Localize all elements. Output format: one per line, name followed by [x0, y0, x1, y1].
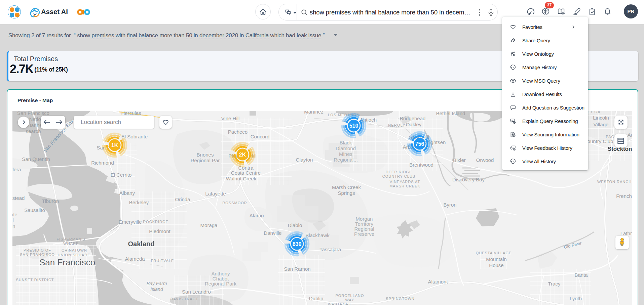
svg-text:Briones: Briones — [197, 152, 214, 158]
svg-text:Concord: Concord — [251, 134, 270, 139]
svg-text:PRESIDIO OF: PRESIDIO OF — [24, 248, 51, 252]
svg-text:ROSSMOOR: ROSSMOOR — [222, 201, 247, 205]
svg-text:House: House — [489, 262, 503, 268]
svg-text:Mines: Mines — [339, 151, 352, 157]
svg-text:Orwood: Orwood — [476, 157, 494, 163]
svg-text:Hercules: Hercules — [121, 111, 141, 116]
svg-text:Byron: Byron — [443, 202, 456, 208]
svg-text:Alameda: Alameda — [125, 256, 145, 262]
svg-text:ountry Club: ountry Club — [588, 138, 613, 144]
svg-text:en Gate: en Gate — [12, 212, 17, 217]
svg-text:MARSH CREEK: MARSH CREEK — [389, 184, 420, 188]
svg-text:Regional Park: Regional Park — [205, 281, 237, 287]
svg-text:Albany: Albany — [119, 190, 135, 196]
svg-text:DAVIS TRACT: DAVIS TRACT — [171, 297, 198, 301]
svg-text:San Leandro: San Leandro — [182, 289, 211, 295]
svg-text:Lyoth: Lyoth — [570, 296, 582, 301]
svg-text:Lafayette: Lafayette — [205, 191, 226, 197]
svg-text:510: 510 — [349, 123, 358, 129]
svg-text:Regional Par: Regional Par — [191, 158, 220, 163]
svg-text:Tracy: Tracy — [548, 281, 561, 287]
svg-text:San Ramon: San Ramon — [284, 266, 310, 272]
svg-text:Springs: Springs — [338, 190, 355, 196]
svg-text:SPRINGTOWN: SPRINGTOWN — [386, 297, 415, 301]
svg-text:830: 830 — [293, 241, 302, 247]
svg-text:Mountain: Mountain — [486, 256, 507, 262]
svg-text:Alamo: Alamo — [250, 213, 264, 218]
svg-text:WESTPORT: WESTPORT — [328, 302, 351, 305]
svg-text:Village: Village — [594, 122, 609, 127]
svg-text:Pacheco: Pacheco — [228, 129, 248, 135]
svg-text:756: 756 — [415, 141, 424, 147]
svg-text:Bay Farm: Bay Farm — [147, 281, 167, 286]
svg-text:eation: eation — [12, 223, 15, 229]
svg-text:San Francisco: San Francisco — [17, 111, 49, 116]
svg-text:COUNTRY CLUB: COUNTRY CLUB — [382, 174, 415, 178]
svg-text:CHINATOWN: CHINATOWN — [62, 248, 87, 252]
svg-text:Vine Hill: Vine Hill — [221, 116, 240, 121]
svg-text:Sausalito: Sausalito — [24, 207, 45, 213]
svg-text:Brentwood: Brentwood — [409, 162, 433, 168]
svg-text:Bridgehead: Bridgehead — [400, 116, 426, 121]
svg-text:Danville: Danville — [264, 230, 281, 236]
svg-text:VINEYARDS AT: VINEYARDS AT — [390, 180, 420, 184]
svg-text:ional: ional — [12, 217, 14, 223]
svg-text:WHARF: WHARF — [63, 242, 78, 246]
svg-text:NEROLY: NEROLY — [388, 123, 406, 127]
svg-text:Au: Au — [628, 132, 632, 138]
svg-text:Tassajara: Tassajara — [319, 247, 341, 252]
svg-text:Berkeley: Berkeley — [129, 200, 149, 205]
svg-text:Diablo: Diablo — [288, 222, 302, 228]
svg-text:Tiburon: Tiburon — [42, 198, 59, 204]
svg-text:SUNSET DISTRICT: SUNSET DISTRICT — [16, 278, 54, 282]
svg-text:Bethel Island: Bethel Island — [436, 111, 465, 116]
svg-text:PORCELLANO: PORCELLANO — [335, 294, 364, 298]
svg-text:Homestead: Homestead — [12, 195, 25, 201]
svg-text:Piedmont: Piedmont — [149, 228, 171, 234]
svg-text:Richmond: Richmond — [91, 160, 114, 166]
svg-text:Madera: Madera — [12, 167, 21, 172]
svg-text:Discovery Bay: Discovery Bay — [452, 177, 485, 182]
svg-text:Island: Island — [150, 287, 163, 292]
svg-text:Banta: Banta — [574, 272, 588, 278]
svg-text:Bixler: Bixler — [453, 157, 466, 163]
svg-text:Clayton: Clayton — [296, 157, 313, 163]
svg-text:Blackhawk: Blackhawk — [305, 232, 330, 238]
svg-text:PAC: PAC — [606, 135, 614, 139]
svg-text:Marsh Creek: Marsh Creek — [332, 184, 361, 190]
svg-text:ROCKRIDGE: ROCKRIDGE — [143, 220, 168, 224]
svg-text:UNION SQUARE: UNION SQUARE — [58, 253, 90, 257]
svg-text:WAY: WAY — [345, 298, 354, 302]
svg-text:Costa Centre: Costa Centre — [231, 170, 261, 176]
svg-text:Black: Black — [340, 140, 352, 145]
svg-text:2K: 2K — [239, 152, 246, 158]
svg-text:Altamont: Altamont — [428, 279, 448, 285]
svg-text:QUESTA VILLAGE: QUESTA VILLAGE — [476, 251, 512, 255]
svg-text:DEER RIDGE: DEER RIDGE — [386, 170, 412, 174]
svg-text:Lathro: Lathro — [620, 230, 632, 236]
svg-text:Moraga: Moraga — [200, 222, 218, 228]
svg-text:WESTON RANCH: WESTON RANCH — [597, 180, 632, 184]
svg-text:1K: 1K — [111, 142, 118, 148]
svg-text:French C: French C — [616, 193, 632, 199]
svg-text:San Francisco: San Francisco — [39, 257, 95, 267]
svg-text:Preserve: Preserve — [354, 231, 374, 237]
svg-text:SAN FRANCISCO: SAN FRANCISCO — [20, 253, 54, 257]
svg-text:Dublin: Dublin — [309, 296, 324, 301]
svg-text:Oakley: Oakley — [406, 122, 422, 127]
svg-text:Orinda: Orinda — [175, 197, 190, 202]
svg-text:search: search — [26, 128, 41, 134]
svg-text:Regional...: Regional... — [334, 157, 358, 163]
svg-text:San Quentin: San Quentin — [22, 156, 50, 162]
svg-text:Diamond: Diamond — [336, 145, 356, 151]
svg-text:Emeryville: Emeryville — [118, 219, 142, 225]
svg-text:Lincoln: Lincoln — [593, 115, 609, 121]
svg-text:Walnut Creek: Walnut Creek — [226, 176, 257, 181]
svg-text:Oakland: Oakland — [128, 240, 155, 248]
svg-text:El Cerrito: El Cerrito — [111, 172, 132, 178]
svg-text:FRUITVALE: FRUITVALE — [151, 259, 174, 263]
svg-text:FISHERMAN'S: FISHERMAN'S — [56, 237, 85, 241]
svg-text:Martinez: Martinez — [304, 111, 324, 115]
